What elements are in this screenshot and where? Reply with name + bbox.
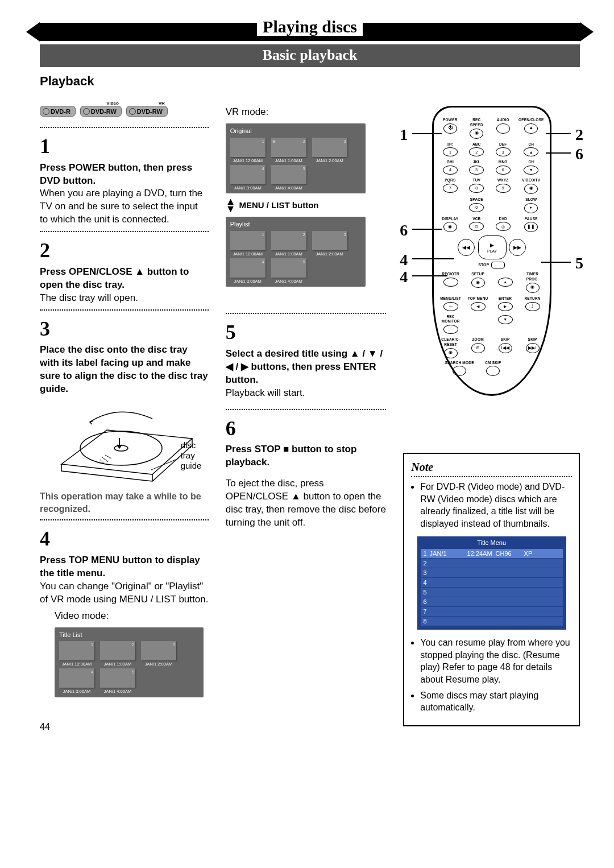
keypad-7: 7 [443, 184, 458, 193]
ch-down-button-icon: ▼ [524, 166, 538, 175]
title-menu-row: 5 [421, 588, 563, 597]
keypad-0: 0 [469, 203, 484, 212]
chapter-title: Playing discs [257, 17, 363, 36]
title-menu-row: 7 [421, 607, 563, 616]
step-6-bold: Press STOP ■ button to stop playback. [226, 443, 387, 469]
title-menu-row: 6 [421, 597, 563, 606]
menu-list-button-icon: ⇦ [443, 302, 458, 311]
disc-format-badges: DVD-R VideoDVD-RW VRDVD-RW [40, 106, 209, 117]
step-6-number: 6 [226, 415, 387, 443]
step-2-bold: Press OPEN/CLOSE ▲ button to open the di… [40, 266, 209, 292]
menu-list-button-label: ▲▼ MENU / LIST button [226, 198, 387, 212]
zoom-button-icon: ⊕ [471, 343, 485, 353]
thumb-cell: 1JAN/1 12:00AM [59, 641, 94, 667]
column-middle: VR mode: Original 1JAN/1 12:00AM ⊕2JAN/1… [226, 106, 387, 726]
note-item-2: You can resume play from where you stopp… [420, 636, 572, 685]
callout-4b: 4 [400, 266, 408, 288]
rec-otr-button-icon [443, 278, 458, 287]
step-2-body: The disc tray will open. [40, 292, 209, 305]
thumb-cell: 1JAN/1 12:00AM [230, 231, 265, 257]
step-5-body: Playback will start. [226, 387, 387, 400]
svg-point-0 [80, 431, 162, 465]
enter-right-icon: ▶ [498, 302, 513, 311]
dpad-down-icon: ▼ [498, 315, 513, 324]
cm-skip-button-icon [486, 366, 500, 376]
keypad-6: 6 [496, 166, 511, 175]
title-list-grid: Title List 1JAN/1 12:00AM 2JAN/1 1:00AM … [55, 627, 204, 697]
video-mode-label: Video mode: [55, 610, 209, 623]
ch-up-button-icon: ▲ [524, 147, 538, 156]
step-5-bold: Select a desired title using ▲ / ▼ / ◀ /… [226, 348, 387, 387]
disc-tray-illustration: disc tray guide [50, 402, 198, 487]
title-menu-row: 3 [421, 568, 563, 577]
skip-back-icon: I◀◀ [499, 343, 512, 353]
setup-button-icon: ◉ [471, 278, 485, 288]
thumb-cell: 1JAN/1 12:00AM [230, 138, 265, 164]
chapter-header: Playing discs [40, 17, 580, 41]
callout-6l: 6 [400, 220, 408, 241]
step-4-number: 4 [40, 525, 209, 553]
callout-2: 2 [575, 124, 583, 146]
step-4-body: You can change "Original" or "Playlist" … [40, 580, 209, 606]
original-grid-title: Original [230, 127, 361, 135]
note-box: Note For DVD-R (Video mode) and DVD-RW (… [403, 453, 580, 726]
rec-speed-button-icon: ◉ [470, 129, 483, 139]
title-list-grid-title: Title List [59, 631, 199, 639]
open-close-button-icon: ▲ [524, 123, 538, 134]
keypad-9: 9 [496, 184, 511, 193]
title-menu-row: 2 [421, 559, 563, 568]
return-button-icon: ⤴ [525, 302, 540, 311]
tray-label-guide: guide [181, 461, 202, 471]
keypad-8: 8 [469, 184, 484, 193]
play-button-icon: ▶PLAY [478, 235, 507, 259]
thumb-cell: 2JAN/1 1:00AM [100, 641, 135, 667]
thumb-cell: 2JAN/1 1:00AM [271, 231, 306, 257]
title-menu-row: 4 [421, 578, 563, 587]
vr-mode-label: VR mode: [226, 106, 387, 119]
slow-button-icon: ▸ [524, 203, 538, 213]
title-menu-row: 8 [421, 617, 563, 626]
rewind-button-icon: ◀◀ [458, 239, 475, 256]
step-1-bold: Press POWER button, then press DVD butto… [40, 162, 209, 188]
vcr-button-icon: ⊡ [469, 222, 484, 231]
display-button-icon: ◉ [443, 222, 457, 232]
rec-monitor-button-icon [443, 325, 458, 334]
remote-control-diagram: POWER⏻ REC SPEED◉ AUDIO OPEN/CLOSE▲ @/:1… [432, 106, 551, 396]
pause-button-icon: ❚❚ [524, 222, 538, 232]
column-right: 1 6 4 4 2 6 5 [403, 106, 580, 726]
step-4-bold: Press TOP MENU button to display the tit… [40, 554, 209, 580]
keypad-1: 1 [443, 147, 458, 156]
note-item-1: For DVD-R (Video mode) and DVD-RW (Video… [420, 481, 572, 530]
badge-dvd-rw-video: VideoDVD-RW [80, 106, 122, 117]
step-5-number: 5 [226, 319, 387, 346]
thumb-cell: 3JAN/1 2:00AM [141, 641, 176, 667]
dvd-button-icon: ◎ [496, 222, 511, 231]
clear-button-icon: ◉ [444, 348, 458, 358]
step-2-number: 2 [40, 237, 209, 264]
dpad-up-icon: ▲ [498, 278, 513, 287]
thumb-cell: 4JAN/1 3:00AM [59, 668, 94, 695]
thumb-cell: 3JAN/1 2:00AM [312, 231, 347, 257]
thumb-cell: 4JAN/1 3:00AM [230, 258, 265, 284]
column-left: DVD-R VideoDVD-RW VRDVD-RW 1 Press POWER… [40, 106, 209, 726]
thumb-cell: 4JAN/1 3:00AM [230, 165, 265, 191]
keypad-2: 2 [469, 147, 484, 156]
callout-6r: 6 [575, 143, 583, 165]
step-3-number: 3 [40, 315, 209, 343]
search-mode-button-icon [453, 366, 466, 376]
title-menu-row-1: 1 JAN/1 12:24AM CH96 XP [421, 549, 563, 558]
step-6-body: To eject the disc, press OPEN/CLOSE ▲ bu… [226, 477, 387, 530]
keypad-5: 5 [469, 166, 484, 175]
skip-fwd-icon: ▶▶I [526, 343, 540, 353]
playlist-grid-title: Playlist [230, 220, 361, 229]
power-button-icon: ⏻ [443, 123, 457, 134]
keypad-4: 4 [443, 166, 458, 175]
tray-label-disc: disc [181, 440, 202, 450]
note-item-3: Some discs may start playing automatical… [420, 689, 572, 714]
tray-label-tray: tray [181, 450, 202, 461]
audio-button-icon [496, 123, 510, 134]
arrows-up-down-icon: ▲▼ [226, 198, 236, 212]
step-1-number: 1 [40, 133, 209, 160]
video-tv-button-icon: ◉ [524, 184, 538, 194]
playlist-grid: Playlist 1JAN/1 12:00AM 2JAN/1 1:00AM 3J… [226, 217, 366, 287]
